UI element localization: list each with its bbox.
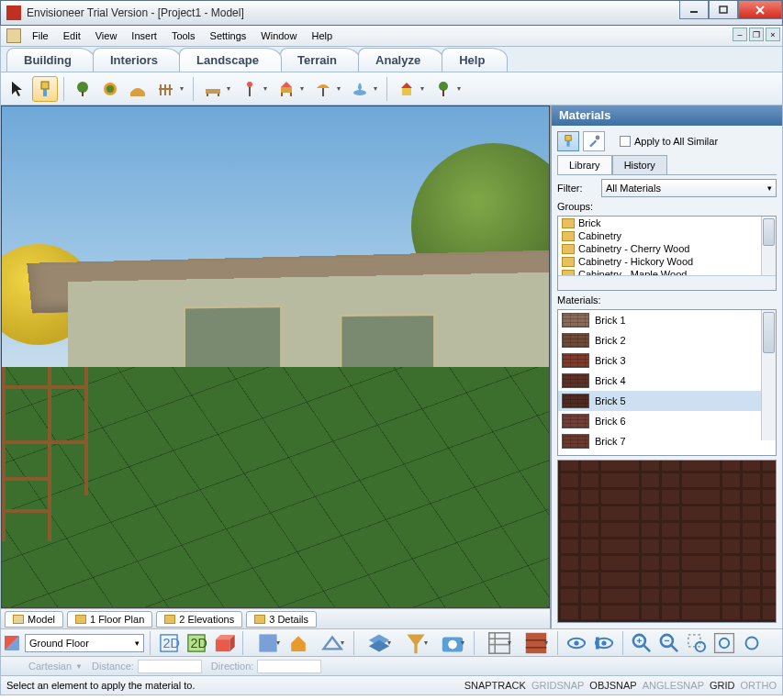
menu-edit[interactable]: Edit <box>56 28 88 43</box>
menu-settings[interactable]: Settings <box>203 28 254 43</box>
library-tab[interactable]: Library <box>557 155 612 174</box>
furniture-tool[interactable] <box>273 76 308 102</box>
group-item[interactable]: Brick <box>558 217 776 229</box>
snapshot-button[interactable] <box>433 630 468 656</box>
menu-file[interactable]: File <box>25 28 56 43</box>
camera-angle-button[interactable] <box>313 630 348 656</box>
display-mode-button[interactable] <box>249 630 284 656</box>
deck-tool[interactable] <box>199 76 234 102</box>
scrollbar-horizontal[interactable] <box>558 275 776 290</box>
edging-tool[interactable] <box>125 76 151 102</box>
group-item[interactable]: Cabinetry - Cherry Wood <box>558 242 776 255</box>
groups-listbox[interactable]: BrickCabinetryCabinetry - Cherry WoodCab… <box>557 216 777 291</box>
snap-objsnap[interactable]: OBJSNAP <box>589 680 636 691</box>
folder-icon <box>75 615 86 624</box>
zoom-out-button[interactable] <box>656 630 682 656</box>
material-item[interactable]: Brick 7 <box>558 431 776 451</box>
mdi-close-button[interactable]: × <box>766 28 780 41</box>
maximize-button[interactable] <box>709 1 738 19</box>
snap-gridsnap[interactable]: GRIDSNAP <box>531 680 584 691</box>
group-item[interactable]: Cabinetry - Hickory Wood <box>558 255 776 268</box>
apply-all-checkbox[interactable] <box>620 136 631 147</box>
mode-tab-building[interactable]: Building <box>6 48 95 72</box>
mode-tab-analyze[interactable]: Analyze <box>358 48 443 72</box>
menu-window[interactable]: Window <box>253 28 304 43</box>
svg-rect-15 <box>207 94 208 96</box>
layers-button[interactable] <box>360 630 395 656</box>
svg-point-29 <box>596 136 600 140</box>
material-item[interactable]: Brick 1 <box>558 310 776 330</box>
shrub-tool[interactable] <box>97 76 123 102</box>
fence-tool[interactable] <box>152 76 187 102</box>
hide-button[interactable] <box>591 630 617 656</box>
materials-listbox[interactable]: Brick 1Brick 2Brick 3Brick 4Brick 5Brick… <box>557 309 777 456</box>
pan-button[interactable] <box>739 630 765 656</box>
paint-material-tool[interactable] <box>32 76 58 102</box>
panel-tabs: Library History <box>557 155 777 175</box>
floor-combo[interactable]: Ground Floor <box>25 634 144 652</box>
filter-combo[interactable]: All Materials <box>601 179 777 197</box>
select-tool[interactable] <box>5 76 30 102</box>
mdi-minimize-button[interactable]: – <box>733 28 747 41</box>
view-tab[interactable]: 1 Floor Plan <box>67 611 152 628</box>
show-button[interactable] <box>564 630 589 656</box>
group-item[interactable]: Cabinetry <box>558 229 776 242</box>
mode-tab-terrain[interactable]: Terrain <box>280 48 360 72</box>
brush-mode-button[interactable] <box>557 131 579 151</box>
snap-ortho[interactable]: ORTHO <box>740 680 777 691</box>
umbrella-tool[interactable] <box>309 76 344 102</box>
direction-label: Direction: <box>211 661 253 672</box>
zoom-fit-button[interactable] <box>711 630 737 656</box>
scrollbar[interactable] <box>761 310 776 440</box>
view-tab[interactable]: 3 Details <box>246 611 317 628</box>
zoom-in-button[interactable] <box>629 630 654 656</box>
filter-view-button[interactable] <box>397 630 431 656</box>
view-tab[interactable]: Model <box>5 611 63 628</box>
scrollbar[interactable] <box>761 217 776 275</box>
plane-icon[interactable] <box>5 636 19 650</box>
document-icon[interactable] <box>6 28 21 43</box>
snap-snaptrack[interactable]: SNAPTRACK <box>464 680 526 691</box>
3d-viewport[interactable] <box>1 106 550 608</box>
snap-anglesnap[interactable]: ANGLESNAP <box>643 680 704 691</box>
direction-field[interactable] <box>257 660 321 673</box>
tree-tool[interactable] <box>70 76 95 102</box>
mode-tab-landscape[interactable]: Landscape <box>179 48 282 72</box>
material-item[interactable]: Brick 3 <box>558 350 776 371</box>
lighting-tool[interactable] <box>236 76 271 102</box>
mode-tab-interiors[interactable]: Interiors <box>93 48 181 72</box>
distance-field[interactable] <box>138 660 202 673</box>
window-controls <box>679 1 782 19</box>
svg-rect-22 <box>322 88 324 96</box>
folder-icon <box>562 244 575 254</box>
svg-rect-1 <box>720 6 727 13</box>
menu-tools[interactable]: Tools <box>164 28 203 43</box>
material-item[interactable]: Brick 4 <box>558 371 776 391</box>
view-2d-button[interactable]: 2D <box>156 630 182 656</box>
material-item[interactable]: Brick 2 <box>558 330 776 350</box>
view-2d-color-button[interactable]: 2D <box>184 630 209 656</box>
material-swatch <box>562 353 589 368</box>
coord-mode[interactable]: Cartesian ▼ <box>28 661 83 672</box>
view-3d-button[interactable] <box>211 630 237 656</box>
material-item[interactable]: Brick 5 <box>558 391 776 411</box>
view-tab[interactable]: 2 Elevations <box>156 611 242 628</box>
building-tool[interactable] <box>393 76 428 102</box>
plant-tool[interactable] <box>430 76 464 102</box>
mode-tab-help[interactable]: Help <box>442 48 508 72</box>
water-tool[interactable] <box>346 76 381 102</box>
menu-help[interactable]: Help <box>304 28 340 43</box>
snap-grid[interactable]: GRID <box>710 680 735 691</box>
home-view-button[interactable] <box>285 630 311 656</box>
mdi-restore-button[interactable]: ❐ <box>749 28 764 41</box>
minimize-button[interactable] <box>679 1 709 19</box>
menu-insert[interactable]: Insert <box>124 28 164 43</box>
menu-view[interactable]: View <box>88 28 125 43</box>
hatch-button[interactable] <box>480 630 515 656</box>
eyedropper-button[interactable] <box>583 131 605 151</box>
pattern-button[interactable] <box>517 630 552 656</box>
zoom-region-button[interactable] <box>684 630 710 656</box>
close-button[interactable] <box>738 1 782 19</box>
history-tab[interactable]: History <box>612 155 667 174</box>
material-item[interactable]: Brick 6 <box>558 411 776 431</box>
